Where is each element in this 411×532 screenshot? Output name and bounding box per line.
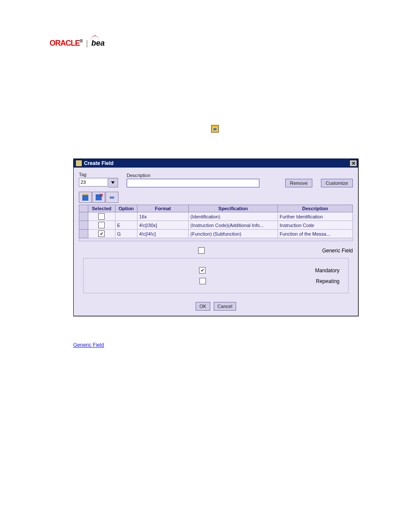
col-format[interactable]: Format (137, 205, 189, 212)
cell-specification[interactable]: (Identification) (189, 212, 278, 221)
description-input[interactable] (127, 179, 259, 187)
cancel-button[interactable]: Cancel (214, 302, 236, 311)
col-description[interactable]: Description (278, 205, 353, 212)
repeating-checkbox[interactable] (199, 278, 206, 284)
cell-description[interactable]: Function of the Messa... (278, 230, 353, 238)
remove-button[interactable]: Remove (285, 179, 312, 187)
mandatory-row[interactable]: Mandatory (92, 267, 339, 274)
cell-option[interactable]: G (115, 230, 137, 238)
dialog-title: Create Field (84, 160, 114, 166)
bea-logo: bea (91, 39, 105, 48)
row-checkbox[interactable] (98, 213, 105, 220)
cell-specification[interactable]: (Instruction Code)(Additional Info... (189, 221, 278, 230)
col-rowheader (79, 205, 88, 212)
generic-field-link[interactable]: Generic Field (73, 342, 104, 348)
generic-field-checkbox[interactable] (198, 247, 205, 254)
row-checkbox[interactable] (98, 222, 105, 228)
cell-format[interactable]: 16x (137, 212, 189, 221)
repeating-label: Repeating (316, 278, 339, 284)
add-field-icon (211, 125, 219, 133)
cell-selected[interactable] (88, 212, 115, 221)
row-checkbox[interactable] (98, 230, 105, 237)
table-row[interactable]: 16x(Identification)Further Identificatio… (79, 212, 353, 221)
chevron-down-icon (111, 181, 115, 184)
titlebar: Create Field ✕ (74, 159, 358, 168)
table-row[interactable]: E4!c[/30x](Instruction Code)(Additional … (79, 221, 353, 230)
options-table: Selected Option Format Specification Des… (79, 205, 353, 238)
generic-field-label: Generic Field (322, 248, 353, 254)
cell-description[interactable]: Instruction Code (278, 221, 353, 230)
tag-input[interactable] (79, 178, 108, 187)
add-row-button[interactable] (79, 192, 92, 203)
customize-button[interactable]: Customize (321, 179, 353, 187)
cell-selected[interactable] (88, 221, 115, 230)
toolbar: ⇔ (79, 192, 353, 203)
delete-row-button[interactable] (92, 192, 105, 203)
cell-format[interactable]: 4!c[/4!c] (137, 230, 189, 238)
row-header (79, 230, 88, 238)
col-option[interactable]: Option (115, 205, 137, 212)
logo-bar: ORACLE® | bea (0, 0, 411, 52)
create-field-dialog: Create Field ✕ Tag Description Remove Cu… (73, 159, 358, 316)
row-header (79, 212, 88, 221)
ok-button[interactable]: OK (196, 302, 210, 311)
cell-description[interactable]: Further Identification (278, 212, 353, 221)
swap-button[interactable]: ⇔ (106, 192, 118, 203)
cell-specification[interactable]: (Function) (Subfunction) (189, 230, 278, 238)
col-specification[interactable]: Specification (189, 205, 278, 212)
mandatory-checkbox[interactable] (199, 267, 206, 274)
cell-option[interactable]: E (115, 221, 137, 230)
options-box: Mandatory Repeating (83, 258, 349, 293)
col-selected[interactable]: Selected (88, 205, 115, 212)
repeating-row[interactable]: Repeating (92, 278, 339, 284)
logo-separator: | (86, 39, 88, 48)
dialog-icon (75, 160, 82, 167)
cell-option[interactable] (115, 212, 137, 221)
cell-format[interactable]: 4!c[/30x] (137, 221, 189, 230)
oracle-logo: ORACLE® (50, 39, 82, 48)
tag-dropdown-button[interactable] (108, 178, 118, 187)
close-button[interactable]: ✕ (349, 160, 357, 167)
generic-field-row[interactable]: Generic Field (83, 247, 353, 254)
table-row[interactable]: G4!c[/4!c](Function) (Subfunction)Functi… (79, 230, 353, 238)
cell-selected[interactable] (88, 230, 115, 238)
tag-label: Tag (79, 172, 118, 177)
mandatory-label: Mandatory (315, 268, 339, 274)
swap-arrows-icon: ⇔ (109, 194, 115, 201)
row-header (79, 221, 88, 230)
description-label: Description (127, 173, 259, 178)
